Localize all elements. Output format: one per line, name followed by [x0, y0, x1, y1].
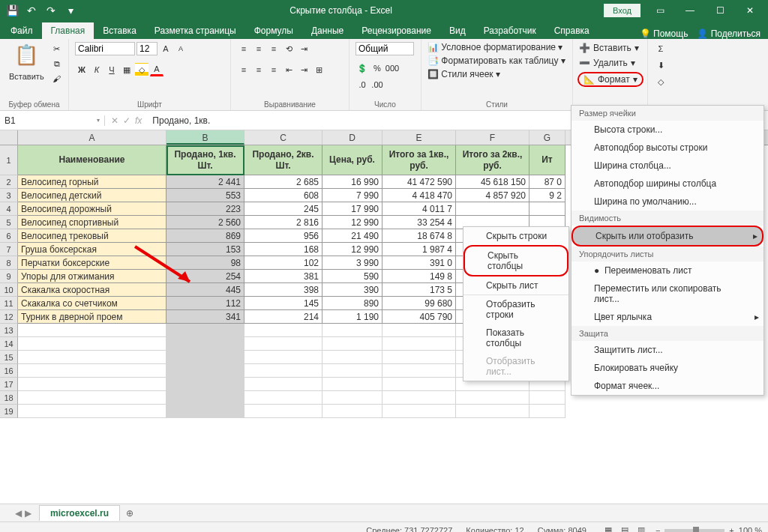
ribbon-display-icon[interactable]: ▭ [645, 0, 675, 21]
redo-icon[interactable]: ↷ [44, 3, 58, 18]
cell[interactable]: 214 [244, 310, 322, 324]
column-header-A[interactable]: A [18, 130, 166, 145]
cell[interactable]: 45 618 150 [456, 175, 530, 189]
cell[interactable]: 12 990 [322, 216, 382, 229]
insert-cells-button[interactable]: ➕ Вставить ▾ [578, 42, 640, 54]
cell[interactable]: 608 [244, 189, 322, 202]
maximize-icon[interactable]: ☐ [705, 0, 735, 21]
font-color-button[interactable]: А [150, 63, 164, 76]
cell[interactable] [166, 405, 244, 418]
row-header[interactable]: 17 [0, 378, 18, 391]
cell[interactable] [18, 364, 166, 378]
menu-hide-unhide[interactable]: Скрыть или отобразить [572, 226, 764, 247]
menu-hide-columns[interactable]: Скрыть столбцы [464, 245, 568, 276]
tab-insert[interactable]: Вставка [94, 22, 146, 39]
cell[interactable]: 381 [244, 270, 322, 283]
row-header[interactable]: 10 [0, 283, 18, 297]
cell[interactable]: Велосипед трековый [18, 229, 166, 243]
zoom-in-button[interactable]: + [729, 526, 734, 533]
zoom-out-button[interactable]: − [656, 526, 660, 533]
cell[interactable] [382, 364, 456, 378]
cell[interactable]: 3 990 [322, 256, 382, 270]
menu-row-height[interactable]: Высота строки... [572, 121, 764, 139]
menu-hide-rows[interactable]: Скрыть строки [464, 227, 568, 245]
cell[interactable] [322, 405, 382, 418]
cell[interactable]: Скакалка со счетчиком [18, 297, 166, 310]
cell[interactable] [322, 364, 382, 378]
sheet-tab[interactable]: microexcel.ru [39, 505, 120, 521]
row-header[interactable]: 14 [0, 337, 18, 351]
menu-lock-cell[interactable]: Блокировать ячейку [572, 359, 764, 377]
align-middle-icon[interactable]: ≡ [252, 42, 266, 55]
row-header[interactable]: 12 [0, 310, 18, 324]
cell[interactable] [244, 351, 322, 364]
view-pagebreak-icon[interactable]: ▥ [634, 524, 648, 533]
cell[interactable]: 173 5 [382, 283, 456, 297]
menu-tab-color[interactable]: Цвет ярлычка [572, 308, 764, 326]
decrease-decimal-icon[interactable]: .00 [370, 78, 384, 91]
cell[interactable]: 17 990 [322, 202, 382, 216]
cell[interactable] [322, 391, 382, 405]
cell[interactable]: Велосипед горный [18, 175, 166, 189]
menu-format-cells[interactable]: Формат ячеек... [572, 377, 764, 395]
clear-icon[interactable]: ◇ [654, 75, 668, 88]
cell[interactable]: 2 441 [166, 175, 244, 189]
cell[interactable]: 21 490 [322, 229, 382, 243]
undo-icon[interactable]: ↶ [24, 3, 39, 18]
cell[interactable]: 4 857 920 [456, 189, 530, 202]
percent-icon[interactable]: % [370, 61, 384, 75]
column-header-G[interactable]: G [530, 130, 566, 145]
minimize-icon[interactable]: — [675, 0, 705, 21]
cell[interactable] [530, 391, 566, 405]
shrink-font-icon[interactable]: A [174, 42, 188, 55]
cell[interactable] [530, 202, 566, 216]
cell[interactable] [18, 391, 166, 405]
font-name-input[interactable] [75, 42, 135, 55]
cell[interactable] [18, 337, 166, 351]
row-header[interactable]: 15 [0, 351, 18, 364]
cell[interactable]: Наименование [18, 145, 166, 175]
cell[interactable] [166, 364, 244, 378]
cell[interactable]: Цена, руб. [322, 145, 382, 175]
cell-styles-button[interactable]: 🔲 Стили ячеек ▾ [428, 69, 500, 79]
cell[interactable]: 1 190 [322, 310, 382, 324]
cell[interactable]: Велосипед детский [18, 189, 166, 202]
tab-formulas[interactable]: Формулы [245, 22, 302, 39]
cell[interactable] [382, 391, 456, 405]
tab-developer[interactable]: Разработчик [475, 22, 545, 39]
cell[interactable]: 391 0 [382, 256, 456, 270]
number-format-select[interactable] [356, 42, 414, 55]
tab-home[interactable]: Главная [42, 22, 94, 39]
menu-unhide-rows[interactable]: Отобразить строки [464, 295, 568, 324]
cell[interactable] [166, 324, 244, 337]
row-header[interactable]: 19 [0, 405, 18, 418]
tell-me-button[interactable]: 💡 Помощь [640, 28, 688, 39]
cell[interactable]: 341 [166, 310, 244, 324]
cell[interactable]: 890 [322, 297, 382, 310]
cell[interactable]: 102 [244, 256, 322, 270]
column-header-D[interactable]: D [322, 130, 382, 145]
align-center-icon[interactable]: ≡ [252, 63, 266, 76]
italic-button[interactable]: К [90, 63, 104, 76]
cell[interactable] [18, 324, 166, 337]
menu-unhide-columns[interactable]: Показать столбцы [464, 324, 568, 352]
grow-font-icon[interactable]: A [159, 42, 172, 55]
decrease-indent-icon[interactable]: ⇤ [282, 63, 296, 76]
cell[interactable]: 16 990 [322, 175, 382, 189]
tab-view[interactable]: Вид [440, 22, 475, 39]
sheet-nav-prev-icon[interactable]: ◀ [15, 508, 22, 519]
cell[interactable]: Итого за 1кв., руб. [382, 145, 456, 175]
view-layout-icon[interactable]: ▤ [618, 524, 632, 533]
cell[interactable] [18, 405, 166, 418]
menu-autofit-col[interactable]: Автоподбор ширины столбца [572, 175, 764, 193]
cell[interactable]: 223 [166, 202, 244, 216]
menu-col-width[interactable]: Ширина столбца... [572, 157, 764, 175]
copy-icon[interactable]: ⧉ [50, 57, 64, 70]
cell[interactable]: 112 [166, 297, 244, 310]
cell[interactable] [456, 202, 530, 216]
tab-help[interactable]: Справка [545, 22, 598, 39]
row-header[interactable]: 3 [0, 189, 18, 202]
cell[interactable] [166, 378, 244, 391]
cell[interactable]: 590 [322, 270, 382, 283]
cell[interactable]: 956 [244, 229, 322, 243]
